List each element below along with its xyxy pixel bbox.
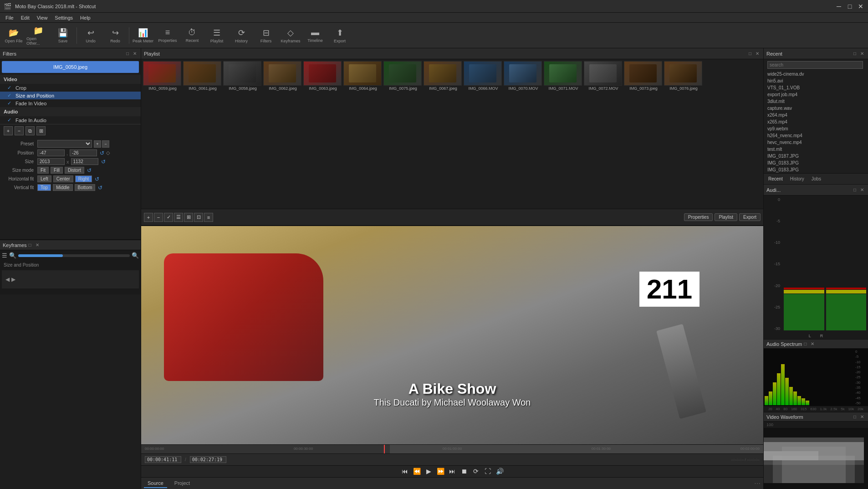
kf-zoom-out-button[interactable]: 🔍 — [9, 252, 16, 259]
recent-item-6[interactable]: x264.mp4 — [764, 112, 868, 118]
recent-item-9[interactable]: h264_nvenc.mp4 — [764, 132, 868, 139]
transport-skip-start-button[interactable]: ⏮ — [400, 467, 409, 476]
vertical-bottom-button[interactable]: Bottom — [75, 184, 96, 191]
horizontal-left-button[interactable]: Left — [37, 175, 51, 182]
recent-item-1[interactable]: hin5.avi — [764, 77, 868, 84]
timecode-out-input[interactable] — [190, 456, 226, 463]
playlist-item-13[interactable]: IMG_0076.jpeg — [664, 61, 703, 91]
export-button[interactable]: ⬆ Export — [328, 24, 352, 47]
transport-prev-frame-button[interactable]: ⏪ — [412, 467, 421, 476]
vu-expand-button[interactable]: □ — [852, 187, 858, 193]
playlist-confirm-button[interactable]: ✓ — [164, 213, 173, 222]
playlist-expand-button[interactable]: □ — [747, 51, 753, 57]
preset-save-button[interactable]: + — [94, 140, 101, 148]
menu-edit[interactable]: Edit — [17, 14, 33, 21]
preview-project-tab[interactable]: Project — [171, 479, 194, 488]
properties-button[interactable]: ≡ Properties — [156, 24, 179, 47]
filters-close-button[interactable]: ✕ — [132, 51, 138, 57]
vw-close-button[interactable]: ✕ — [859, 414, 865, 420]
open-other-button[interactable]: 📁 Open Other... — [26, 24, 50, 47]
horizontal-right-button[interactable]: Right — [75, 175, 92, 182]
filter-crop[interactable]: ✓ Crop — [0, 84, 141, 92]
as-close-button[interactable]: ✕ — [809, 341, 816, 347]
vu-close-button[interactable]: ✕ — [859, 187, 865, 193]
vw-expand-button[interactable]: □ — [852, 414, 858, 420]
size-w-input[interactable] — [37, 158, 65, 165]
transport-play-button[interactable]: ▶ — [424, 467, 433, 476]
add-filter-button[interactable]: + — [4, 126, 13, 135]
playlist-item-5[interactable]: IMG_0064.jpeg — [343, 61, 383, 91]
position-reset-button[interactable]: ↺ — [100, 150, 104, 156]
position-keyframe-button[interactable]: ◇ — [106, 150, 110, 156]
horizontal-center-button[interactable]: Center — [53, 175, 73, 182]
size-mode-fit-button[interactable]: Fit — [37, 167, 49, 174]
kf-prev-button[interactable]: ◀ — [5, 276, 10, 283]
playlist-item-2[interactable]: IMG_0058.jpeg — [223, 61, 262, 91]
playlist-item-8[interactable]: IMG_0066.MOV — [464, 61, 503, 91]
playlist-close-button[interactable]: ✕ — [754, 51, 761, 57]
keyframes-button[interactable]: ◇ Keyframes — [279, 24, 302, 47]
paste-filter-button[interactable]: ⊞ — [36, 126, 46, 135]
close-button[interactable]: ✕ — [857, 3, 864, 10]
transport-fast-forward-button[interactable]: ⏩ — [436, 467, 445, 476]
playlist-item-12[interactable]: IMG_0073.jpeg — [624, 61, 663, 91]
transport-stop-button[interactable]: ⏹ — [460, 467, 469, 476]
recent-item-3[interactable]: export job.mp4 — [764, 91, 868, 98]
as-expand-button[interactable]: □ — [802, 341, 808, 347]
filter-size-position[interactable]: ✓ Size and Position — [0, 92, 141, 99]
playlist-list-view-button[interactable]: ☰ — [174, 213, 183, 222]
playlist-item-1[interactable]: IMG_0061.jpeg — [183, 61, 222, 91]
recent-search-input[interactable] — [767, 61, 863, 69]
playlist-item-6[interactable]: IMG_0075.jpeg — [383, 61, 423, 91]
recent-close-button[interactable]: ✕ — [859, 51, 865, 57]
filter-fade-in-video[interactable]: ✓ Fade In Video — [0, 99, 141, 107]
preview-more-button[interactable]: ⋯ — [754, 480, 761, 487]
recent-button[interactable]: ⏱ Recent — [180, 24, 204, 47]
playlist-remove-button[interactable]: − — [154, 213, 163, 222]
recent-item-11[interactable]: test.mlt — [764, 146, 868, 153]
playlist-details-view-button[interactable]: ⊡ — [194, 213, 203, 222]
remove-filter-button[interactable]: − — [15, 126, 24, 135]
playlist-properties-btn[interactable]: Properties — [684, 213, 713, 221]
playlist-item-10[interactable]: IMG_0071.MOV — [544, 61, 583, 91]
position-y-input[interactable] — [70, 149, 97, 156]
minimize-button[interactable]: ─ — [835, 3, 842, 10]
transport-loop-button[interactable]: ⟳ — [471, 467, 480, 476]
size-mode-distort-button[interactable]: Distort — [65, 167, 84, 174]
kf-play-button[interactable]: ▶ — [11, 276, 15, 283]
recent-item-12[interactable]: IMG_0187.JPG — [764, 153, 868, 160]
maximize-button[interactable]: □ — [846, 3, 853, 10]
playlist-item-4[interactable]: IMG_0063.jpeg — [303, 61, 342, 91]
playlist-grid-view-button[interactable]: ⊞ — [184, 213, 193, 222]
playlist-playlist-btn[interactable]: Playlist — [715, 213, 737, 221]
menu-help[interactable]: Help — [77, 14, 94, 21]
playlist-export-btn[interactable]: Export — [739, 213, 761, 221]
playlist-timeline-view-button[interactable]: ≡ — [204, 213, 213, 222]
size-mode-reset-button[interactable]: ↺ — [87, 167, 92, 174]
menu-view[interactable]: View — [33, 14, 51, 21]
redo-button[interactable]: ↪ Redo — [103, 24, 127, 47]
preview-timeline-bar[interactable]: 00:00:00:00 00:00:30:00 00:01:00:00 00:0… — [141, 444, 763, 453]
history-button[interactable]: ⟳ History — [230, 24, 253, 47]
size-mode-fill-button[interactable]: Fill — [51, 167, 63, 174]
recent-item-7[interactable]: x265.mp4 — [764, 118, 868, 125]
undo-button[interactable]: ↩ Undo — [79, 24, 102, 47]
transport-volume-button[interactable]: 🔊 — [495, 467, 504, 476]
keyframes-close-button[interactable]: ✕ — [34, 242, 41, 248]
timecode-in-input[interactable] — [145, 456, 181, 463]
recent-expand-button[interactable]: □ — [852, 51, 858, 57]
playlist-item-3[interactable]: IMG_0062.jpeg — [263, 61, 302, 91]
playlist-item-7[interactable]: IMG_0067.jpeg — [424, 61, 463, 91]
recent-item-10[interactable]: hevc_nvenc.mp4 — [764, 139, 868, 146]
size-reset-button[interactable]: ↺ — [101, 159, 106, 165]
transport-skip-end-button[interactable]: ⏭ — [448, 467, 457, 476]
recent-item-8[interactable]: vp9.webm — [764, 125, 868, 132]
playlist-add-button[interactable]: + — [144, 213, 153, 222]
copy-filter-button[interactable]: ⧉ — [26, 126, 35, 135]
timeline-button[interactable]: ▬ Timeline — [303, 24, 327, 47]
vertical-top-button[interactable]: Top — [37, 184, 51, 191]
recent-item-2[interactable]: VTS_01_1.VOB — [764, 84, 868, 91]
recent-item-14[interactable]: IMG_0183.JPG — [764, 166, 868, 173]
playlist-button[interactable]: ☰ Playlist — [205, 24, 229, 47]
recent-item-0[interactable]: wide25-cinema.dv — [764, 71, 868, 77]
